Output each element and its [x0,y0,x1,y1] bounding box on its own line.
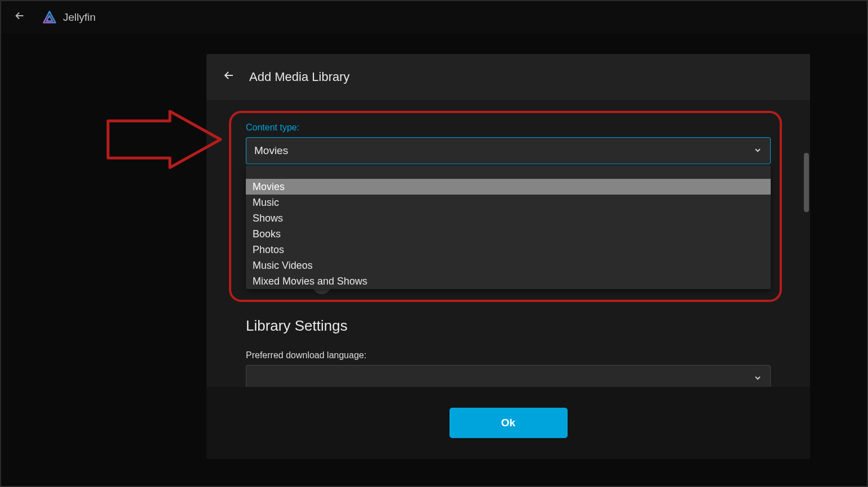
top-bar: Jellyfin [1,1,867,34]
chevron-down-icon [753,373,762,384]
dialog-header: Add Media Library [206,54,810,100]
dialog-footer: Ok [206,387,810,459]
jellyfin-logo-icon [42,10,57,25]
dropdown-option-movies[interactable]: Movies [246,179,771,195]
dropdown-option-mixed[interactable]: Mixed Movies and Shows [246,273,771,289]
preferred-language-select[interactable] [246,365,771,387]
content-type-select[interactable]: Movies [246,137,771,164]
dropdown-option-shows[interactable]: Shows [246,210,771,226]
dialog-back-icon[interactable] [222,69,236,85]
dropdown-option-photos[interactable]: Photos [246,242,771,258]
add-library-dialog: Add Media Library Content type: Movies M… [206,54,810,459]
back-arrow-icon[interactable] [14,10,26,25]
content-type-label: Content type: [246,123,771,133]
dropdown-option-blank[interactable] [246,165,771,179]
app-name: Jellyfin [63,11,96,24]
content-type-dropdown: Movies Music Shows Books Photos Music Vi… [246,165,771,289]
dialog-body: Content type: Movies Movies Music Shows … [206,100,810,387]
content-type-selected-value: Movies [254,145,288,157]
dialog-title: Add Media Library [249,70,350,84]
scrollbar[interactable] [804,153,809,212]
dropdown-option-books[interactable]: Books [246,226,771,242]
preferred-language-label: Preferred download language: [246,350,771,360]
dropdown-option-music[interactable]: Music [246,195,771,210]
dropdown-option-music-videos[interactable]: Music Videos [246,258,771,273]
library-settings-heading: Library Settings [246,317,771,335]
chevron-down-icon [753,146,762,156]
content-type-select-wrap: Movies Movies Music Shows Books Photos M… [246,137,771,164]
ok-button[interactable]: Ok [449,408,568,438]
app-logo[interactable]: Jellyfin [42,10,96,25]
